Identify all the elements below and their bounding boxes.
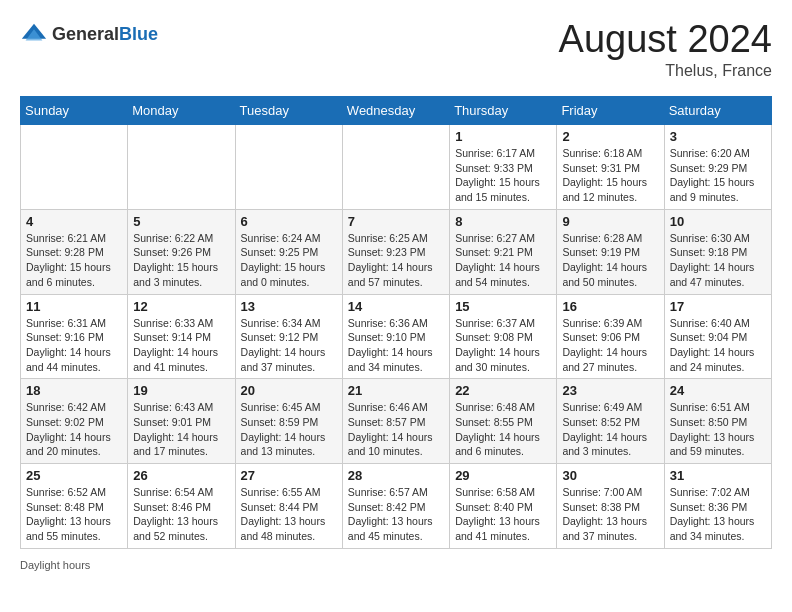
day-info: Sunrise: 6:55 AMSunset: 8:44 PMDaylight:…: [241, 485, 337, 544]
day-info: Sunrise: 6:46 AMSunset: 8:57 PMDaylight:…: [348, 400, 444, 459]
day-number: 7: [348, 214, 444, 229]
calendar-week-row: 11Sunrise: 6:31 AMSunset: 9:16 PMDayligh…: [21, 294, 772, 379]
calendar-cell: [342, 125, 449, 210]
day-info: Sunrise: 6:54 AMSunset: 8:46 PMDaylight:…: [133, 485, 229, 544]
day-info: Sunrise: 6:30 AMSunset: 9:18 PMDaylight:…: [670, 231, 766, 290]
calendar-cell: 26Sunrise: 6:54 AMSunset: 8:46 PMDayligh…: [128, 464, 235, 549]
calendar-cell: 31Sunrise: 7:02 AMSunset: 8:36 PMDayligh…: [664, 464, 771, 549]
calendar-cell: 20Sunrise: 6:45 AMSunset: 8:59 PMDayligh…: [235, 379, 342, 464]
day-number: 11: [26, 299, 122, 314]
day-number: 1: [455, 129, 551, 144]
day-number: 25: [26, 468, 122, 483]
title-area: August 2024 Thelus, France: [559, 20, 772, 80]
calendar-cell: 13Sunrise: 6:34 AMSunset: 9:12 PMDayligh…: [235, 294, 342, 379]
calendar-cell: 8Sunrise: 6:27 AMSunset: 9:21 PMDaylight…: [450, 209, 557, 294]
calendar-cell: 6Sunrise: 6:24 AMSunset: 9:25 PMDaylight…: [235, 209, 342, 294]
calendar-cell: 29Sunrise: 6:58 AMSunset: 8:40 PMDayligh…: [450, 464, 557, 549]
calendar-week-row: 18Sunrise: 6:42 AMSunset: 9:02 PMDayligh…: [21, 379, 772, 464]
day-info: Sunrise: 6:18 AMSunset: 9:31 PMDaylight:…: [562, 146, 658, 205]
day-info: Sunrise: 6:28 AMSunset: 9:19 PMDaylight:…: [562, 231, 658, 290]
day-number: 23: [562, 383, 658, 398]
day-number: 8: [455, 214, 551, 229]
day-info: Sunrise: 6:58 AMSunset: 8:40 PMDaylight:…: [455, 485, 551, 544]
day-number: 5: [133, 214, 229, 229]
day-number: 31: [670, 468, 766, 483]
day-of-week-header: Saturday: [664, 97, 771, 125]
page-header: GeneralBlue August 2024 Thelus, France: [20, 20, 772, 80]
day-number: 10: [670, 214, 766, 229]
day-info: Sunrise: 6:37 AMSunset: 9:08 PMDaylight:…: [455, 316, 551, 375]
calendar-cell: 27Sunrise: 6:55 AMSunset: 8:44 PMDayligh…: [235, 464, 342, 549]
logo: GeneralBlue: [20, 20, 158, 48]
calendar-cell: 23Sunrise: 6:49 AMSunset: 8:52 PMDayligh…: [557, 379, 664, 464]
calendar-cell: 25Sunrise: 6:52 AMSunset: 8:48 PMDayligh…: [21, 464, 128, 549]
calendar-cell: 12Sunrise: 6:33 AMSunset: 9:14 PMDayligh…: [128, 294, 235, 379]
day-info: Sunrise: 7:00 AMSunset: 8:38 PMDaylight:…: [562, 485, 658, 544]
day-info: Sunrise: 6:22 AMSunset: 9:26 PMDaylight:…: [133, 231, 229, 290]
day-number: 27: [241, 468, 337, 483]
day-info: Sunrise: 6:52 AMSunset: 8:48 PMDaylight:…: [26, 485, 122, 544]
day-number: 4: [26, 214, 122, 229]
calendar-cell: 9Sunrise: 6:28 AMSunset: 9:19 PMDaylight…: [557, 209, 664, 294]
day-of-week-header: Friday: [557, 97, 664, 125]
day-info: Sunrise: 6:27 AMSunset: 9:21 PMDaylight:…: [455, 231, 551, 290]
calendar-week-row: 1Sunrise: 6:17 AMSunset: 9:33 PMDaylight…: [21, 125, 772, 210]
day-info: Sunrise: 6:39 AMSunset: 9:06 PMDaylight:…: [562, 316, 658, 375]
day-number: 28: [348, 468, 444, 483]
calendar-cell: 15Sunrise: 6:37 AMSunset: 9:08 PMDayligh…: [450, 294, 557, 379]
day-number: 13: [241, 299, 337, 314]
calendar-cell: 17Sunrise: 6:40 AMSunset: 9:04 PMDayligh…: [664, 294, 771, 379]
day-info: Sunrise: 6:31 AMSunset: 9:16 PMDaylight:…: [26, 316, 122, 375]
day-info: Sunrise: 7:02 AMSunset: 8:36 PMDaylight:…: [670, 485, 766, 544]
day-number: 24: [670, 383, 766, 398]
calendar-table: SundayMondayTuesdayWednesdayThursdayFrid…: [20, 96, 772, 549]
calendar-cell: 22Sunrise: 6:48 AMSunset: 8:55 PMDayligh…: [450, 379, 557, 464]
calendar-cell: 28Sunrise: 6:57 AMSunset: 8:42 PMDayligh…: [342, 464, 449, 549]
calendar-cell: 19Sunrise: 6:43 AMSunset: 9:01 PMDayligh…: [128, 379, 235, 464]
day-of-week-header: Monday: [128, 97, 235, 125]
day-number: 26: [133, 468, 229, 483]
calendar-cell: 3Sunrise: 6:20 AMSunset: 9:29 PMDaylight…: [664, 125, 771, 210]
day-info: Sunrise: 6:34 AMSunset: 9:12 PMDaylight:…: [241, 316, 337, 375]
day-info: Sunrise: 6:36 AMSunset: 9:10 PMDaylight:…: [348, 316, 444, 375]
day-info: Sunrise: 6:20 AMSunset: 9:29 PMDaylight:…: [670, 146, 766, 205]
day-info: Sunrise: 6:42 AMSunset: 9:02 PMDaylight:…: [26, 400, 122, 459]
calendar-cell: 2Sunrise: 6:18 AMSunset: 9:31 PMDaylight…: [557, 125, 664, 210]
day-info: Sunrise: 6:17 AMSunset: 9:33 PMDaylight:…: [455, 146, 551, 205]
day-of-week-header: Wednesday: [342, 97, 449, 125]
logo-text-general: General: [52, 24, 119, 44]
day-of-week-header: Sunday: [21, 97, 128, 125]
day-number: 17: [670, 299, 766, 314]
calendar-cell: 24Sunrise: 6:51 AMSunset: 8:50 PMDayligh…: [664, 379, 771, 464]
day-number: 2: [562, 129, 658, 144]
calendar-cell: 14Sunrise: 6:36 AMSunset: 9:10 PMDayligh…: [342, 294, 449, 379]
day-number: 22: [455, 383, 551, 398]
day-of-week-header: Tuesday: [235, 97, 342, 125]
calendar-cell: 21Sunrise: 6:46 AMSunset: 8:57 PMDayligh…: [342, 379, 449, 464]
footer: Daylight hours: [20, 559, 772, 571]
logo-icon: [20, 20, 48, 48]
day-number: 6: [241, 214, 337, 229]
day-number: 3: [670, 129, 766, 144]
day-number: 20: [241, 383, 337, 398]
calendar-cell: 18Sunrise: 6:42 AMSunset: 9:02 PMDayligh…: [21, 379, 128, 464]
day-number: 18: [26, 383, 122, 398]
calendar-cell: 10Sunrise: 6:30 AMSunset: 9:18 PMDayligh…: [664, 209, 771, 294]
logo-text-blue: Blue: [119, 24, 158, 44]
day-info: Sunrise: 6:57 AMSunset: 8:42 PMDaylight:…: [348, 485, 444, 544]
day-info: Sunrise: 6:48 AMSunset: 8:55 PMDaylight:…: [455, 400, 551, 459]
calendar-cell: 5Sunrise: 6:22 AMSunset: 9:26 PMDaylight…: [128, 209, 235, 294]
day-info: Sunrise: 6:24 AMSunset: 9:25 PMDaylight:…: [241, 231, 337, 290]
calendar-cell: 30Sunrise: 7:00 AMSunset: 8:38 PMDayligh…: [557, 464, 664, 549]
day-number: 12: [133, 299, 229, 314]
calendar-cell: 1Sunrise: 6:17 AMSunset: 9:33 PMDaylight…: [450, 125, 557, 210]
day-info: Sunrise: 6:51 AMSunset: 8:50 PMDaylight:…: [670, 400, 766, 459]
calendar-cell: 7Sunrise: 6:25 AMSunset: 9:23 PMDaylight…: [342, 209, 449, 294]
day-number: 21: [348, 383, 444, 398]
day-info: Sunrise: 6:49 AMSunset: 8:52 PMDaylight:…: [562, 400, 658, 459]
day-info: Sunrise: 6:33 AMSunset: 9:14 PMDaylight:…: [133, 316, 229, 375]
location: Thelus, France: [559, 62, 772, 80]
day-number: 9: [562, 214, 658, 229]
day-number: 30: [562, 468, 658, 483]
day-info: Sunrise: 6:40 AMSunset: 9:04 PMDaylight:…: [670, 316, 766, 375]
